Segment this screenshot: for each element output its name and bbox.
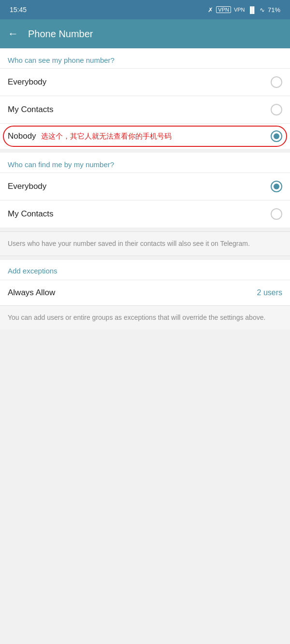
nobody-row-content: Nobody 选这个，其它人就无法查看你的手机号码 xyxy=(8,131,271,141)
exceptions-section: Add exceptions Always Allow 2 users xyxy=(0,260,290,305)
option-mycontacts-find[interactable]: My Contacts xyxy=(0,200,290,228)
find-info-text: Users who have your number saved in thei… xyxy=(0,231,290,256)
option-everybody-see-radio[interactable] xyxy=(271,76,282,88)
always-allow-row[interactable]: Always Allow 2 users xyxy=(0,280,290,305)
section-see-phone: Who can see my phone number? Everybody M… xyxy=(0,48,290,149)
section-find-label: Who can find me by my number? xyxy=(0,153,290,172)
exceptions-label: Add exceptions xyxy=(0,260,290,280)
hd-badge: VPN xyxy=(234,7,245,13)
option-nobody-see[interactable]: Nobody 选这个，其它人就无法查看你的手机号码 xyxy=(0,123,290,149)
option-everybody-find[interactable]: Everybody xyxy=(0,172,290,200)
section-find-by-number: Who can find me by my number? Everybody … xyxy=(0,153,290,228)
signal-icon: ▐▌ xyxy=(248,6,257,14)
option-mycontacts-find-radio[interactable] xyxy=(271,208,282,220)
option-nobody-see-label: Nobody xyxy=(8,131,36,141)
exceptions-info-text: You can add users or entire groups as ex… xyxy=(0,305,290,329)
option-everybody-see-label: Everybody xyxy=(8,77,46,87)
always-allow-label: Always Allow xyxy=(8,288,55,298)
status-bar: 15:45 ✗ VPN VPN ▐▌ ∿ 71% xyxy=(0,0,290,19)
always-allow-count: 2 users xyxy=(257,288,282,297)
page-title: Phone Number xyxy=(28,29,93,40)
status-time: 15:45 xyxy=(10,6,27,14)
option-everybody-see[interactable]: Everybody xyxy=(0,68,290,96)
option-mycontacts-find-label: My Contacts xyxy=(8,209,53,219)
vpn-badge: VPN xyxy=(216,6,231,13)
bluetooth-icon: ✗ xyxy=(208,6,213,14)
option-nobody-see-radio[interactable] xyxy=(271,130,282,142)
section-see-phone-label: Who can see my phone number? xyxy=(0,48,290,68)
status-icons: ✗ VPN VPN ▐▌ ∿ 71% xyxy=(208,6,280,14)
option-everybody-find-label: Everybody xyxy=(8,182,46,191)
option-mycontacts-see-radio[interactable] xyxy=(271,104,282,115)
wifi-icon: ∿ xyxy=(260,6,265,14)
header: ← Phone Number xyxy=(0,19,290,48)
page-background xyxy=(0,333,290,527)
option-mycontacts-see-label: My Contacts xyxy=(8,105,53,114)
option-everybody-find-radio[interactable] xyxy=(271,181,282,192)
battery-icon: 71% xyxy=(268,6,280,14)
option-mycontacts-see[interactable]: My Contacts xyxy=(0,96,290,123)
back-button[interactable]: ← xyxy=(8,28,18,40)
nobody-chinese-annotation: 选这个，其它人就无法查看你的手机号码 xyxy=(41,132,172,141)
